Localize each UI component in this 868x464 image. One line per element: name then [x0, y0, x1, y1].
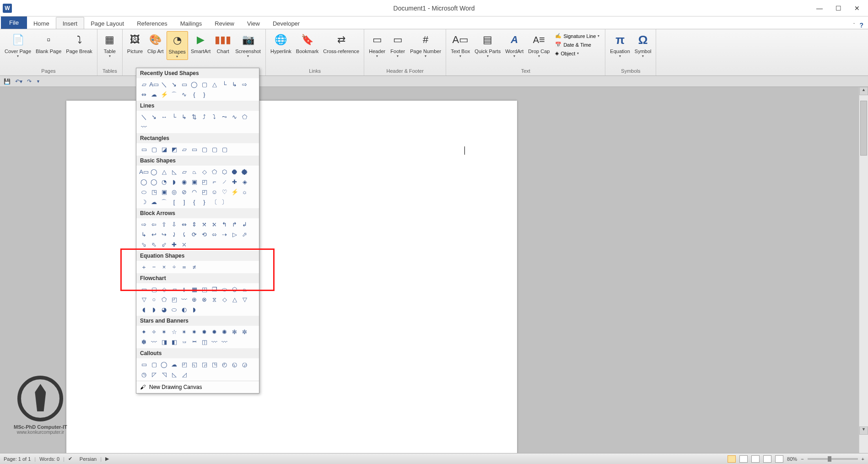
shape-co3[interactable]: ◯ — [159, 360, 169, 369]
pagenum-button[interactable]: # Page Number▾ — [408, 31, 443, 59]
vertical-scrollbar[interactable]: ▲ ▼ — [859, 87, 868, 453]
undo-button[interactable]: ↶▾ — [15, 78, 22, 85]
shape-bn1[interactable]: 〰 — [149, 337, 159, 347]
shape-lbrace[interactable]: { — [189, 90, 199, 99]
shape-bn4[interactable]: ⎃ — [179, 337, 189, 347]
shape-fc-tape[interactable]: 〰 — [179, 295, 189, 304]
shape-arrowline2[interactable]: ↘ — [149, 112, 159, 122]
shape-b-halfframe[interactable]: ◰ — [199, 177, 209, 187]
sigline-button[interactable]: ✍ Signature Line▾ — [553, 32, 601, 40]
shape-fc-offpage[interactable]: ⬠ — [159, 295, 169, 304]
shape-elbow2[interactable]: └ — [169, 112, 179, 122]
shape-b-para[interactable]: ▱ — [179, 167, 189, 177]
shape-fc-sort[interactable]: ◇ — [220, 295, 229, 304]
shape-b-lbrace2[interactable]: { — [189, 197, 199, 207]
crossref-button[interactable]: ⇄ Cross-reference — [321, 31, 361, 55]
shape-eq-neq[interactable]: ≠ — [189, 262, 199, 272]
shape-b-pent[interactable]: ⬠ — [210, 167, 219, 177]
shape-fc-direct[interactable]: ◐ — [179, 305, 189, 314]
object-button[interactable]: ◈ Object▾ — [553, 49, 601, 57]
scroll-up-button[interactable]: ▲ — [859, 87, 868, 95]
shape-eq-plus[interactable]: ＋ — [139, 262, 149, 272]
view-fullscreen[interactable] — [739, 455, 748, 463]
shape-rect[interactable]: ▭ — [179, 80, 189, 89]
shape-rbrace[interactable]: } — [199, 90, 209, 99]
shape-curve[interactable]: ∿ — [179, 90, 189, 99]
shape-ar4[interactable]: ⇩ — [169, 220, 179, 229]
shape-b-sun[interactable]: ☼ — [240, 187, 249, 197]
shape-b-hex[interactable]: ⬡ — [220, 167, 229, 177]
shape-arrow-line[interactable]: ↘ — [169, 80, 179, 89]
shape-ar27[interactable]: ⤫ — [179, 240, 189, 249]
shape-co4[interactable]: ☁ — [169, 360, 179, 369]
header-button[interactable]: ▭ Header▾ — [367, 31, 387, 59]
shape-ar3[interactable]: ⇧ — [159, 220, 169, 229]
shape-st2[interactable]: ✧ — [149, 327, 159, 337]
tab-review[interactable]: Review — [208, 17, 241, 29]
page-break-button[interactable]: ⤵ Page Break — [64, 31, 94, 55]
shape-b-frame[interactable]: ▣ — [189, 177, 199, 187]
scroll-down-button[interactable]: ▼ — [859, 426, 868, 435]
shape-b-oct[interactable]: ⯄ — [240, 167, 249, 177]
shape-b-cloud2[interactable]: ☁ — [149, 197, 159, 207]
shape-b-can[interactable]: ⬭ — [139, 187, 149, 197]
shape-textbox[interactable]: A▭ — [149, 80, 159, 89]
shape-b-heart[interactable]: ♡ — [220, 187, 229, 197]
smartart-button[interactable]: ▶ SmartArt — [189, 31, 212, 55]
shape-co7[interactable]: ◲ — [199, 360, 209, 369]
help-icon[interactable]: ? — [859, 22, 863, 29]
shape-b-dbracket[interactable]: 〔 — [210, 197, 219, 207]
shape-fc-collate[interactable]: ⧖ — [210, 295, 219, 304]
shape-b-plaque[interactable]: ◈ — [240, 177, 249, 187]
shape-curvearr[interactable]: ⤵ — [210, 112, 219, 122]
shape-b-dodec[interactable]: ◯ — [149, 177, 159, 187]
equation-button[interactable]: π Equation▾ — [608, 31, 631, 59]
shape-fc-multidoc[interactable]: ❐ — [210, 285, 219, 294]
shape-rectangle[interactable]: ▱ — [139, 80, 149, 89]
shape-bn2[interactable]: ◨ — [159, 337, 169, 347]
close-button[interactable]: ✕ — [854, 5, 860, 12]
shape-freeform[interactable]: ⬠ — [240, 112, 249, 122]
shape-fc-process[interactable]: ▭ — [139, 285, 149, 294]
shape-b-dec[interactable]: ◯ — [139, 177, 149, 187]
shape-b-donut[interactable]: ◎ — [169, 187, 179, 197]
shape-co2[interactable]: ▢ — [149, 360, 159, 369]
shape-b-cube[interactable]: ◳ — [149, 187, 159, 197]
shape-fc-document[interactable]: ◰ — [199, 285, 209, 294]
shape-fc-sum[interactable]: ⊕ — [189, 295, 199, 304]
footer-button[interactable]: ▭ Footer▾ — [388, 31, 407, 59]
shape-r4[interactable]: ◩ — [169, 145, 179, 154]
shape-fc-prep[interactable]: ⬡ — [230, 285, 239, 294]
shape-ar26[interactable]: ✚ — [169, 240, 179, 249]
shape-r1[interactable]: ▭ — [139, 145, 149, 154]
shape-bn7[interactable]: 〰 — [210, 337, 219, 347]
document-page[interactable] — [66, 101, 517, 464]
shape-ar6[interactable]: ⇕ — [189, 220, 199, 229]
shape-r3[interactable]: ◪ — [159, 145, 169, 154]
shapes-button[interactable]: ◔ Shapes▾ — [167, 31, 188, 60]
shape-fc-card[interactable]: ◰ — [169, 295, 179, 304]
shape-st5[interactable]: ✴ — [179, 327, 189, 337]
tab-developer[interactable]: Developer — [266, 17, 306, 29]
shape-ar9[interactable]: ↰ — [220, 220, 229, 229]
zoom-in-button[interactable]: + — [862, 456, 864, 462]
shape-fc-predef[interactable]: ⫿ — [179, 285, 189, 294]
zoom-slider[interactable] — [808, 458, 858, 460]
quickparts-button[interactable]: ▤ Quick Parts▾ — [473, 31, 502, 59]
scroll-thumb[interactable] — [860, 101, 867, 156]
shape-co9[interactable]: ◴ — [220, 360, 229, 369]
shape-fc-display[interactable]: ◗ — [189, 305, 199, 314]
shape-line2[interactable]: ＼ — [139, 112, 149, 122]
shape-roundrect[interactable]: ▢ — [199, 80, 209, 89]
shape-b-lbracket[interactable]: [ — [169, 197, 179, 207]
shape-st10[interactable]: ✻ — [230, 327, 239, 337]
shape-elbowdbl[interactable]: ⇅ — [189, 112, 199, 122]
shape-co12[interactable]: ◷ — [139, 370, 149, 379]
shape-fc-terminator[interactable]: ⬭ — [220, 285, 229, 294]
shape-eq-eq[interactable]: ＝ — [179, 262, 189, 272]
shape-st9[interactable]: ✺ — [220, 327, 229, 337]
hyperlink-button[interactable]: 🌐 Hyperlink — [269, 31, 293, 55]
status-words[interactable]: Words: 0 — [39, 456, 59, 462]
shape-eq-minus[interactable]: − — [149, 262, 159, 272]
shape-ar11[interactable]: ↲ — [240, 220, 249, 229]
